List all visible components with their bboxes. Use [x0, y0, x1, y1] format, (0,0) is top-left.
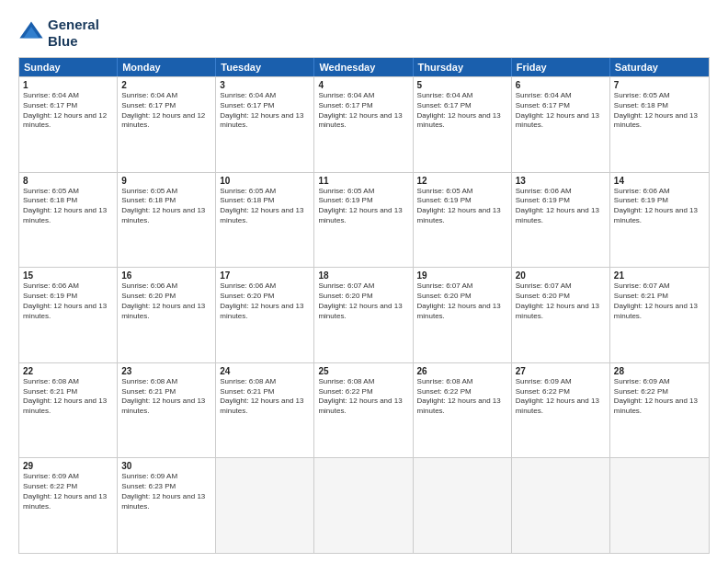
day-number: 20 — [516, 270, 606, 281]
logo: General Blue — [18, 17, 99, 50]
cal-day-19: 19Sunrise: 6:07 AMSunset: 6:20 PMDayligh… — [414, 268, 512, 362]
cell-info: Sunrise: 6:04 AMSunset: 6:17 PMDaylight:… — [121, 91, 211, 131]
day-number: 13 — [516, 176, 606, 186]
day-number: 28 — [614, 366, 705, 376]
cell-info: Sunrise: 6:04 AMSunset: 6:17 PMDaylight:… — [318, 91, 408, 131]
cell-info: Sunrise: 6:04 AMSunset: 6:17 PMDaylight:… — [516, 91, 606, 131]
cell-info: Sunrise: 6:09 AMSunset: 6:22 PMDaylight:… — [23, 472, 113, 511]
logo-text: General Blue — [48, 17, 99, 50]
cal-day-24: 24Sunrise: 6:08 AMSunset: 6:21 PMDayligh… — [216, 363, 314, 458]
cal-day-3: 3Sunrise: 6:04 AMSunset: 6:17 PMDaylight… — [216, 77, 314, 172]
cal-empty — [610, 458, 709, 553]
day-number: 26 — [417, 366, 507, 376]
day-number: 29 — [23, 461, 113, 471]
cal-day-9: 9Sunrise: 6:05 AMSunset: 6:18 PMDaylight… — [118, 173, 216, 268]
cal-day-16: 16Sunrise: 6:06 AMSunset: 6:20 PMDayligh… — [118, 268, 216, 362]
cell-info: Sunrise: 6:07 AMSunset: 6:21 PMDaylight:… — [614, 282, 705, 321]
cal-day-12: 12Sunrise: 6:05 AMSunset: 6:19 PMDayligh… — [414, 173, 512, 268]
cal-day-14: 14Sunrise: 6:06 AMSunset: 6:19 PMDayligh… — [610, 173, 709, 268]
page: General Blue SundayMondayTuesdayWednesda… — [0, 0, 728, 563]
cal-day-1: 1Sunrise: 6:04 AMSunset: 6:17 PMDaylight… — [19, 77, 118, 172]
cal-day-8: 8Sunrise: 6:05 AMSunset: 6:18 PMDaylight… — [19, 173, 118, 268]
cal-day-27: 27Sunrise: 6:09 AMSunset: 6:22 PMDayligh… — [512, 363, 610, 458]
cal-empty — [414, 458, 512, 553]
cell-info: Sunrise: 6:06 AMSunset: 6:19 PMDaylight:… — [614, 187, 705, 226]
day-number: 19 — [417, 270, 507, 281]
cell-info: Sunrise: 6:07 AMSunset: 6:20 PMDaylight:… — [417, 282, 507, 321]
day-number: 3 — [220, 80, 310, 90]
cal-day-17: 17Sunrise: 6:06 AMSunset: 6:20 PMDayligh… — [216, 268, 314, 362]
day-number: 30 — [121, 461, 211, 471]
cell-info: Sunrise: 6:09 AMSunset: 6:22 PMDaylight:… — [614, 377, 705, 417]
cal-week-1: 1Sunrise: 6:04 AMSunset: 6:17 PMDaylight… — [19, 76, 709, 172]
cell-info: Sunrise: 6:04 AMSunset: 6:17 PMDaylight:… — [417, 91, 507, 131]
cell-info: Sunrise: 6:08 AMSunset: 6:21 PMDaylight:… — [23, 377, 113, 417]
cal-empty — [314, 458, 413, 553]
cell-info: Sunrise: 6:08 AMSunset: 6:22 PMDaylight:… — [417, 377, 507, 417]
cal-day-10: 10Sunrise: 6:05 AMSunset: 6:18 PMDayligh… — [216, 173, 314, 268]
day-header-monday: Monday — [118, 58, 216, 76]
day-number: 7 — [614, 80, 705, 90]
calendar-header: SundayMondayTuesdayWednesdayThursdayFrid… — [19, 58, 709, 76]
day-number: 22 — [23, 366, 113, 376]
cal-day-15: 15Sunrise: 6:06 AMSunset: 6:19 PMDayligh… — [19, 268, 118, 362]
cal-day-29: 29Sunrise: 6:09 AMSunset: 6:22 PMDayligh… — [19, 458, 118, 553]
logo-icon — [18, 20, 44, 46]
cal-day-23: 23Sunrise: 6:08 AMSunset: 6:21 PMDayligh… — [118, 363, 216, 458]
day-number: 10 — [220, 176, 310, 186]
day-header-friday: Friday — [512, 58, 610, 76]
cell-info: Sunrise: 6:04 AMSunset: 6:17 PMDaylight:… — [23, 91, 113, 131]
cell-info: Sunrise: 6:05 AMSunset: 6:18 PMDaylight:… — [23, 187, 113, 226]
cal-day-21: 21Sunrise: 6:07 AMSunset: 6:21 PMDayligh… — [610, 268, 709, 362]
day-number: 23 — [121, 366, 211, 376]
cell-info: Sunrise: 6:07 AMSunset: 6:20 PMDaylight:… — [516, 282, 606, 321]
day-number: 14 — [614, 176, 705, 186]
day-number: 24 — [220, 366, 310, 376]
cell-info: Sunrise: 6:05 AMSunset: 6:18 PMDaylight:… — [614, 91, 705, 131]
cell-info: Sunrise: 6:08 AMSunset: 6:21 PMDaylight:… — [220, 377, 310, 417]
day-number: 21 — [614, 270, 705, 281]
cal-day-18: 18Sunrise: 6:07 AMSunset: 6:20 PMDayligh… — [314, 268, 413, 362]
day-number: 8 — [23, 176, 113, 186]
cell-info: Sunrise: 6:06 AMSunset: 6:20 PMDaylight:… — [121, 282, 211, 321]
calendar-body: 1Sunrise: 6:04 AMSunset: 6:17 PMDaylight… — [19, 76, 709, 553]
cal-day-5: 5Sunrise: 6:04 AMSunset: 6:17 PMDaylight… — [414, 77, 512, 172]
day-number: 5 — [417, 80, 507, 90]
cal-week-4: 22Sunrise: 6:08 AMSunset: 6:21 PMDayligh… — [19, 362, 709, 458]
cell-info: Sunrise: 6:07 AMSunset: 6:20 PMDaylight:… — [318, 282, 408, 321]
day-number: 25 — [318, 366, 408, 376]
day-header-wednesday: Wednesday — [314, 58, 413, 76]
day-number: 4 — [318, 80, 408, 90]
cell-info: Sunrise: 6:09 AMSunset: 6:22 PMDaylight:… — [516, 377, 606, 417]
cal-day-20: 20Sunrise: 6:07 AMSunset: 6:20 PMDayligh… — [512, 268, 610, 362]
cal-day-11: 11Sunrise: 6:05 AMSunset: 6:19 PMDayligh… — [314, 173, 413, 268]
day-header-saturday: Saturday — [610, 58, 709, 76]
day-number: 17 — [220, 270, 310, 281]
cal-week-5: 29Sunrise: 6:09 AMSunset: 6:22 PMDayligh… — [19, 457, 709, 553]
day-number: 18 — [318, 270, 408, 281]
day-number: 9 — [121, 176, 211, 186]
day-number: 2 — [121, 80, 211, 90]
cal-day-2: 2Sunrise: 6:04 AMSunset: 6:17 PMDaylight… — [118, 77, 216, 172]
cal-day-26: 26Sunrise: 6:08 AMSunset: 6:22 PMDayligh… — [414, 363, 512, 458]
cal-day-30: 30Sunrise: 6:09 AMSunset: 6:23 PMDayligh… — [118, 458, 216, 553]
day-number: 15 — [23, 270, 113, 281]
day-number: 6 — [516, 80, 606, 90]
cell-info: Sunrise: 6:05 AMSunset: 6:18 PMDaylight:… — [121, 187, 211, 226]
cell-info: Sunrise: 6:05 AMSunset: 6:19 PMDaylight:… — [318, 187, 408, 226]
day-header-thursday: Thursday — [414, 58, 512, 76]
cal-day-22: 22Sunrise: 6:08 AMSunset: 6:21 PMDayligh… — [19, 363, 118, 458]
cell-info: Sunrise: 6:05 AMSunset: 6:19 PMDaylight:… — [417, 187, 507, 226]
cal-day-4: 4Sunrise: 6:04 AMSunset: 6:17 PMDaylight… — [314, 77, 413, 172]
cell-info: Sunrise: 6:08 AMSunset: 6:21 PMDaylight:… — [121, 377, 211, 417]
day-header-sunday: Sunday — [19, 58, 118, 76]
cell-info: Sunrise: 6:04 AMSunset: 6:17 PMDaylight:… — [220, 91, 310, 131]
cal-empty — [216, 458, 314, 553]
cell-info: Sunrise: 6:06 AMSunset: 6:19 PMDaylight:… — [23, 282, 113, 321]
day-number: 12 — [417, 176, 507, 186]
cal-empty — [512, 458, 610, 553]
cell-info: Sunrise: 6:08 AMSunset: 6:22 PMDaylight:… — [318, 377, 408, 417]
cell-info: Sunrise: 6:06 AMSunset: 6:20 PMDaylight:… — [220, 282, 310, 321]
cal-week-3: 15Sunrise: 6:06 AMSunset: 6:19 PMDayligh… — [19, 267, 709, 362]
day-number: 16 — [121, 270, 211, 281]
